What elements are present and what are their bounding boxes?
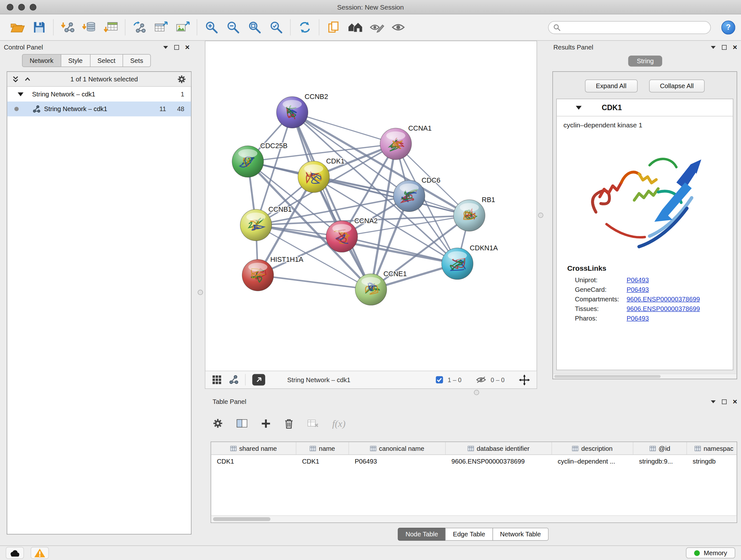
control-panel-tabs: NetworkStyleSelectSets xyxy=(22,54,150,67)
warnings-button[interactable] xyxy=(30,547,49,559)
open-session-button[interactable] xyxy=(7,17,28,38)
first-neighbors-button[interactable] xyxy=(344,17,366,38)
new-network-button[interactable] xyxy=(129,17,151,38)
tab-edge-table[interactable]: Edge Table xyxy=(445,528,493,541)
save-session-button[interactable] xyxy=(28,17,50,38)
float-panel-icon[interactable] xyxy=(722,45,726,50)
network-edge[interactable] xyxy=(292,112,371,290)
crosslink-link[interactable]: P06493 xyxy=(627,276,649,284)
column-header-namespac[interactable]: namespac xyxy=(687,442,738,455)
close-panel-icon[interactable]: × xyxy=(733,44,737,51)
delete-column-trash-icon[interactable] xyxy=(284,418,294,429)
export-image-button[interactable] xyxy=(172,17,194,38)
column-sort-icon xyxy=(310,446,316,451)
close-window-button[interactable] xyxy=(7,4,13,10)
zoom-fit-button[interactable] xyxy=(244,17,266,38)
zoom-selected-button[interactable] xyxy=(265,17,287,38)
import-network-file-button[interactable] xyxy=(57,17,79,38)
show-columns-icon[interactable] xyxy=(236,418,248,429)
left-splitter-handle[interactable] xyxy=(198,290,203,295)
function-builder-icon[interactable]: f(x) xyxy=(332,418,346,429)
network-node-ccnb2[interactable]: CCNB2 xyxy=(276,92,328,128)
network-node-ccna1[interactable]: CCNA1 xyxy=(380,124,432,160)
network-edge[interactable] xyxy=(292,112,396,144)
refresh-view-button[interactable] xyxy=(294,17,316,38)
tab-style[interactable]: Style xyxy=(61,54,90,67)
tab-network-table[interactable]: Network Table xyxy=(492,528,549,541)
network-canvas[interactable]: CCNB2CCNA1CDC25BCDK1CDC6RB1CCNB1CCNA2CDK… xyxy=(205,41,537,371)
import-table-file-button[interactable] xyxy=(100,17,122,38)
collapse-section-icon[interactable] xyxy=(576,106,582,110)
network-collection-row[interactable]: String Network – cdk1 1 xyxy=(7,87,191,102)
add-column-plus-icon[interactable] xyxy=(261,418,271,428)
delete-table-icon[interactable] xyxy=(307,418,320,429)
network-row[interactable]: String Network – cdk1 11 48 xyxy=(7,102,191,117)
help-button[interactable]: ? xyxy=(722,20,736,35)
close-panel-icon[interactable]: × xyxy=(733,398,737,406)
hide-selected-button[interactable] xyxy=(366,17,387,38)
float-panel-icon[interactable] xyxy=(174,45,179,50)
table-toolbar: f(x) xyxy=(212,410,346,437)
zoom-out-button[interactable] xyxy=(222,17,244,38)
search-input[interactable] xyxy=(563,23,706,31)
table-settings-gear-icon[interactable] xyxy=(212,418,223,429)
crosslink-link[interactable]: 9606.ENSP00000378699 xyxy=(627,305,700,313)
network-edge[interactable] xyxy=(342,237,457,264)
crosslink-row: GeneCard:P06493 xyxy=(557,284,733,293)
gene-section-header[interactable]: CDK1 xyxy=(557,99,733,117)
collapse-all-button[interactable]: Collapse All xyxy=(649,79,704,92)
pan-move-icon[interactable] xyxy=(519,374,530,385)
tab-node-table[interactable]: Node Table xyxy=(398,528,446,541)
detach-view-button[interactable] xyxy=(253,374,266,386)
cloud-status-button[interactable] xyxy=(6,547,24,559)
network-node-rb1[interactable]: RB1 xyxy=(454,196,495,231)
panel-menu-icon[interactable] xyxy=(163,46,168,49)
panel-menu-icon[interactable] xyxy=(711,400,716,403)
network-node-cdc25b[interactable]: CDC25B xyxy=(232,142,287,177)
zoom-window-button[interactable] xyxy=(30,4,37,10)
grid-view-icon[interactable] xyxy=(212,375,222,385)
network-node-cdk1[interactable]: CDK1 xyxy=(298,157,345,192)
column-header-database-identifier[interactable]: database identifier xyxy=(446,442,552,455)
crosslink-row: Compartments:9606.ENSP00000378699 xyxy=(557,293,733,303)
tab-sets[interactable]: Sets xyxy=(123,54,151,67)
panel-menu-icon[interactable] xyxy=(711,46,716,49)
expand-all-button[interactable]: Expand All xyxy=(585,79,637,92)
collapse-all-icon[interactable] xyxy=(12,75,19,83)
float-panel-icon[interactable] xyxy=(722,399,726,404)
collection-count: 1 xyxy=(181,91,184,98)
import-network-database-button[interactable] xyxy=(78,17,100,38)
bottom-splitter-handle[interactable] xyxy=(474,390,479,395)
column-header-name[interactable]: name xyxy=(296,442,349,455)
zoom-in-button[interactable] xyxy=(201,17,222,38)
column-header-canonical-name[interactable]: canonical name xyxy=(349,442,446,455)
table-hscrollbar[interactable] xyxy=(211,515,737,523)
crosslink-link[interactable]: P06493 xyxy=(627,286,649,294)
right-splitter-handle[interactable] xyxy=(538,212,543,218)
table-row[interactable]: CDK1CDK1P064939606.ENSP00000378699cyclin… xyxy=(211,455,737,468)
protein-structure-image xyxy=(578,136,712,255)
column-header-shared-name[interactable]: shared name xyxy=(211,442,296,455)
arrow-up-right-icon xyxy=(255,376,262,383)
tab-string[interactable]: String xyxy=(628,56,663,67)
column-header-description[interactable]: description xyxy=(552,442,633,455)
network-edge[interactable] xyxy=(258,275,371,290)
tab-select[interactable]: Select xyxy=(90,54,123,67)
collection-expand-icon[interactable] xyxy=(18,92,23,96)
crosslink-link[interactable]: P06493 xyxy=(627,315,649,322)
copy-document-button[interactable] xyxy=(323,17,344,38)
network-view-icon[interactable] xyxy=(228,375,239,385)
results-hscrollbar[interactable] xyxy=(553,374,736,378)
tab-network[interactable]: Network xyxy=(22,54,61,67)
expand-all-icon[interactable] xyxy=(24,76,31,82)
node-table: shared namenamecanonical namedatabase id… xyxy=(211,442,737,523)
gear-icon[interactable] xyxy=(177,74,186,84)
column-header--id[interactable]: @id xyxy=(633,442,687,455)
memory-button[interactable]: Memory xyxy=(686,548,735,559)
export-table-button[interactable] xyxy=(150,17,172,38)
show-all-button[interactable] xyxy=(387,17,409,38)
crosslink-link[interactable]: 9606.ENSP00000378699 xyxy=(627,296,700,303)
network-node-hist1h1a[interactable]: HIST1H1A xyxy=(242,255,304,291)
close-panel-icon[interactable]: × xyxy=(185,44,190,51)
minimize-window-button[interactable] xyxy=(18,4,25,10)
